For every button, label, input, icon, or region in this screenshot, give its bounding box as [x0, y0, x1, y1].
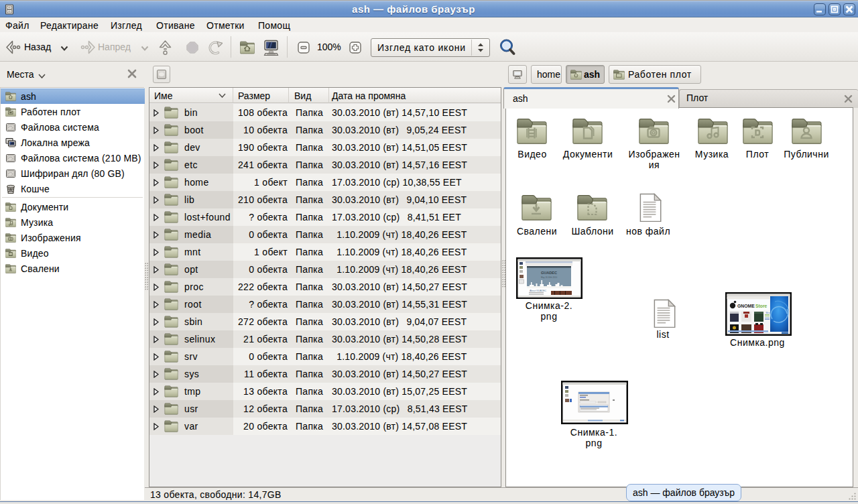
svg-text:GNOME: GNOME [737, 304, 755, 308]
svg-text:Store: Store [755, 304, 768, 308]
svg-text:About GUADEC: About GUADEC [530, 290, 547, 292]
svg-text:Menu: Menu [766, 312, 771, 314]
svg-text:GUADEC: GUADEC [541, 271, 557, 275]
svg-text:May 24-30th 2010: May 24-30th 2010 [541, 276, 558, 279]
